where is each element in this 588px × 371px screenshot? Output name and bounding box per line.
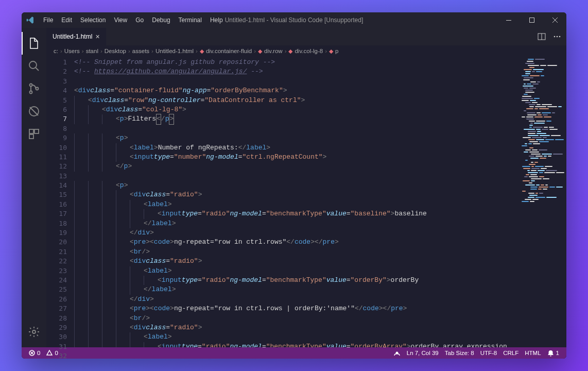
menu-edit[interactable]: Edit — [57, 12, 76, 28]
editor-area: Untitled-1.html × c:› Users› stanl› Desk… — [46, 28, 566, 347]
svg-point-3 — [30, 84, 32, 87]
statusbar: 0 0 Ln 7, Col 39 Tab Size: 8 UTF-8 CRLF … — [22, 347, 566, 359]
svg-point-2 — [29, 61, 37, 69]
svg-rect-0 — [506, 20, 511, 21]
code-editor[interactable]: 1234567891011121314151617181920212223242… — [46, 57, 566, 347]
svg-rect-8 — [34, 129, 39, 133]
menu-terminal[interactable]: Terminal — [175, 12, 206, 28]
menu-file[interactable]: File — [39, 12, 57, 28]
breadcrumb-seg[interactable]: stanl — [86, 48, 98, 54]
titlebar: File Edit Selection View Go Debug Termin… — [22, 12, 566, 28]
status-encoding[interactable]: UTF-8 — [477, 349, 500, 357]
close-button[interactable] — [543, 12, 566, 28]
minimize-button[interactable] — [497, 12, 520, 28]
editor-actions — [538, 32, 566, 41]
breadcrumb-seg[interactable]: div.container-fluid — [206, 48, 252, 54]
html-tag-icon: ◆ — [200, 48, 204, 55]
html-tag-icon: ◆ — [329, 48, 333, 55]
debug-icon[interactable] — [22, 100, 46, 123]
tabs: Untitled-1.html × — [46, 28, 566, 45]
breadcrumb-seg[interactable]: div.col-lg-8 — [295, 48, 323, 54]
menu-go[interactable]: Go — [131, 12, 148, 28]
tab-label: Untitled-1.html — [53, 33, 92, 40]
breadcrumb-seg[interactable]: Desktop — [105, 48, 126, 54]
breadcrumb-seg[interactable]: assets — [132, 48, 149, 54]
breadcrumb-seg[interactable]: p — [335, 48, 338, 54]
breadcrumb-seg[interactable]: Users — [64, 48, 80, 54]
code-content[interactable]: <!-- Snippet from angular.js github repo… — [74, 57, 519, 347]
svg-rect-9 — [29, 134, 33, 139]
svg-point-14 — [559, 36, 561, 38]
search-icon[interactable] — [22, 55, 46, 77]
menubar: File Edit Selection View Go Debug Termin… — [39, 12, 227, 28]
svg-rect-1 — [529, 18, 534, 23]
explorer-icon[interactable] — [22, 32, 46, 55]
html-tag-icon: ◆ — [288, 48, 292, 55]
split-editor-icon[interactable] — [538, 32, 546, 41]
maximize-button[interactable] — [520, 12, 543, 28]
menu-help[interactable]: Help — [206, 12, 227, 28]
breadcrumb[interactable]: c:› Users› stanl› Desktop› assets› Untit… — [46, 45, 566, 57]
tab-close-icon[interactable]: × — [95, 32, 99, 41]
menu-view[interactable]: View — [110, 12, 131, 28]
svg-point-4 — [30, 91, 32, 94]
status-eol[interactable]: CRLF — [500, 349, 522, 357]
html-tag-icon: ◆ — [258, 48, 262, 55]
activity-bar — [22, 28, 46, 347]
svg-point-13 — [557, 36, 558, 38]
svg-rect-7 — [29, 129, 33, 133]
status-tab-size[interactable]: Tab Size: 8 — [442, 349, 477, 357]
status-errors[interactable]: 0 — [26, 350, 43, 356]
status-notifications[interactable]: 1 — [544, 349, 562, 357]
tab-untitled[interactable]: Untitled-1.html × — [46, 28, 106, 45]
menu-debug[interactable]: Debug — [148, 12, 174, 28]
breadcrumb-seg[interactable]: div.row — [264, 48, 283, 54]
settings-icon[interactable] — [22, 321, 46, 343]
status-cursor[interactable]: Ln 7, Col 39 — [404, 349, 442, 357]
source-control-icon[interactable] — [22, 77, 46, 100]
window-title: Untitled-1.html - Visual Studio Code [Un… — [225, 16, 364, 24]
breadcrumb-seg[interactable]: c: — [54, 48, 58, 54]
window-controls — [497, 12, 566, 28]
minimap[interactable] — [519, 57, 566, 347]
body: Untitled-1.html × c:› Users› stanl› Desk… — [22, 28, 566, 347]
status-language[interactable]: HTML — [522, 349, 544, 357]
line-gutter: 1234567891011121314151617181920212223242… — [46, 57, 74, 347]
vscode-window: File Edit Selection View Go Debug Termin… — [22, 12, 566, 359]
vscode-logo-icon — [22, 16, 39, 24]
menu-selection[interactable]: Selection — [76, 12, 110, 28]
svg-point-10 — [32, 330, 36, 333]
status-live-share-icon[interactable] — [390, 349, 404, 357]
svg-point-12 — [554, 36, 556, 38]
extensions-icon[interactable] — [22, 123, 46, 145]
more-actions-icon[interactable] — [553, 32, 561, 41]
breadcrumb-seg[interactable]: Untitled-1.html — [155, 48, 194, 54]
